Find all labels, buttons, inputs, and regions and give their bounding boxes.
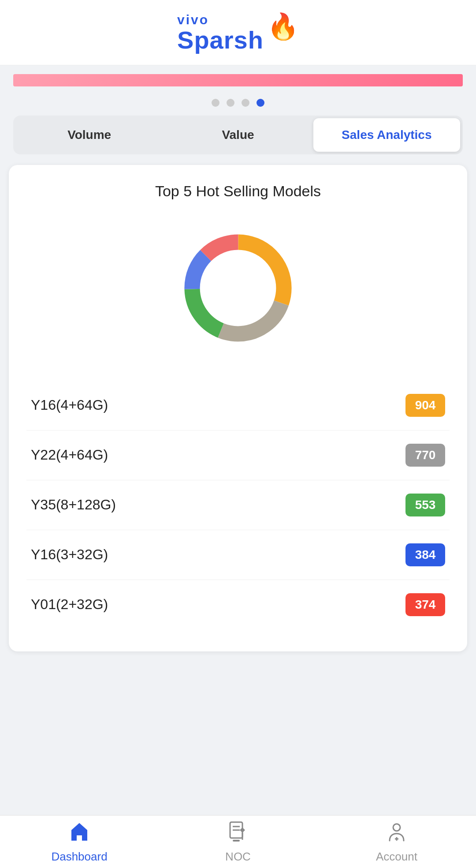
svg-rect-0: [77, 835, 82, 841]
model-item-1: Y16(4+64G) 904: [26, 381, 450, 430]
model-value-2: 770: [405, 444, 445, 467]
dot-3: [242, 99, 249, 107]
logo-vivo-text: vivo: [177, 13, 264, 26]
card-title: Top 5 Hot Selling Models: [26, 183, 450, 200]
model-name-5: Y01(2+32G): [31, 596, 108, 613]
model-name-1: Y16(4+64G): [31, 397, 108, 413]
model-name-2: Y22(4+64G): [31, 447, 108, 463]
model-value-3: 553: [405, 494, 445, 516]
tab-volume[interactable]: Volume: [16, 118, 163, 152]
model-name-3: Y35(8+128G): [31, 497, 116, 513]
account-icon: [385, 820, 408, 846]
tab-value[interactable]: Value: [164, 118, 311, 152]
svg-point-5: [393, 824, 400, 831]
noc-icon: [227, 820, 249, 846]
app-logo: vivo Sparsh 🔥: [177, 13, 299, 54]
tab-sales-analytics[interactable]: Sales Analytics: [313, 118, 460, 152]
model-value-4: 384: [405, 543, 445, 566]
model-item-5: Y01(2+32G) 374: [26, 580, 450, 629]
model-value-1: 904: [405, 394, 445, 417]
dot-1: [212, 99, 219, 107]
dot-2: [227, 99, 234, 107]
flame-icon: 🔥: [267, 11, 299, 41]
model-item-2: Y22(4+64G) 770: [26, 430, 450, 480]
app-header: vivo Sparsh 🔥: [0, 0, 476, 65]
promo-banner: [13, 74, 463, 86]
logo-sparsh-text: Sparsh: [177, 26, 264, 54]
donut-chart: [167, 217, 309, 359]
donut-chart-container: [26, 217, 450, 359]
page-indicator: [0, 86, 476, 116]
tab-bar: Volume Value Sales Analytics: [13, 116, 463, 154]
home-icon: [68, 820, 91, 846]
nav-dashboard[interactable]: Dashboard: [0, 820, 159, 864]
dot-4-active: [257, 99, 264, 107]
nav-dashboard-label: Dashboard: [51, 850, 107, 864]
nav-noc[interactable]: NOC: [159, 820, 317, 864]
bottom-nav: Dashboard NOC Account: [0, 815, 476, 868]
model-name-4: Y16(3+32G): [31, 546, 108, 563]
model-value-5: 374: [405, 593, 445, 616]
model-item-4: Y16(3+32G) 384: [26, 530, 450, 580]
nav-account[interactable]: Account: [317, 820, 476, 864]
main-card: Top 5 Hot Selling Models: [9, 165, 467, 651]
model-item-3: Y35(8+128G) 553: [26, 480, 450, 530]
nav-account-label: Account: [376, 850, 417, 864]
model-list: Y16(4+64G) 904 Y22(4+64G) 770 Y35(8+128G…: [26, 381, 450, 629]
nav-noc-label: NOC: [225, 850, 251, 864]
svg-rect-2: [233, 840, 240, 842]
